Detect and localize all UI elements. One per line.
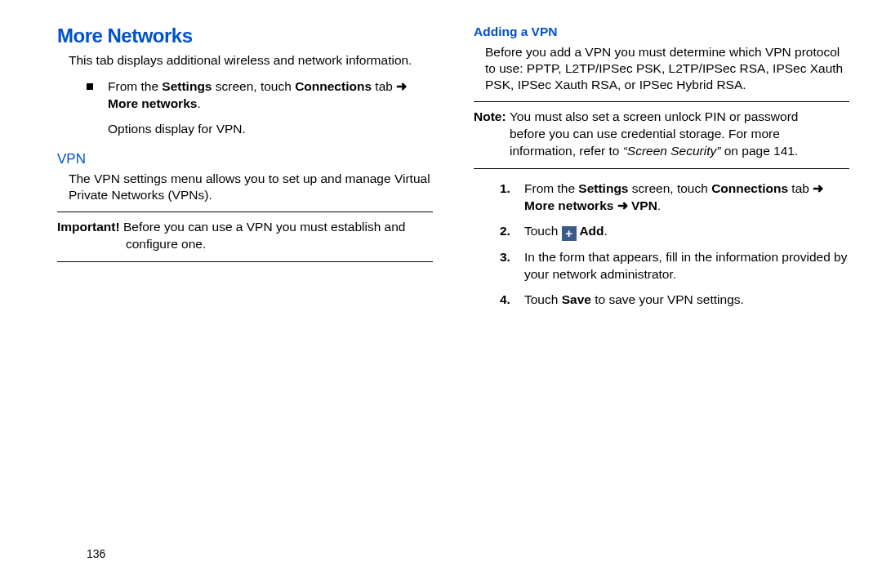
text-bold: Save: [562, 292, 591, 306]
step-3: 3. In the form that appears, fill in the…: [500, 249, 849, 283]
steps-list: 1. From the Settings screen, touch Conne…: [500, 180, 849, 309]
sub-instruction: Options display for VPN.: [108, 121, 433, 138]
text: tab: [372, 79, 396, 93]
text: configure one.: [126, 237, 206, 251]
step-number: 2.: [500, 223, 513, 241]
text: You must also set a screen unlock PIN or…: [510, 109, 799, 123]
important-label: Important!: [57, 220, 123, 234]
text: screen, touch: [212, 79, 295, 93]
step-4: 4. Touch Save to save your VPN settings.: [500, 292, 849, 309]
text: Touch: [524, 292, 562, 306]
text-bold: VPN: [628, 198, 657, 212]
text: on page 141.: [720, 144, 798, 158]
adding-vpn-heading: Adding a VPN: [474, 24, 849, 39]
vpn-heading: VPN: [57, 151, 433, 167]
arrow-icon: ➜: [813, 181, 823, 195]
text: Before you can use a VPN you must establ…: [123, 220, 406, 234]
text: to save your VPN settings.: [591, 292, 744, 306]
adding-vpn-intro: Before you add a VPN you must determine …: [485, 44, 849, 93]
important-note: Important! Before you can use a VPN you …: [57, 212, 433, 262]
text: tab: [788, 181, 813, 195]
text: In the form that appears, fill in the in…: [524, 249, 849, 283]
text-bold: More networks: [108, 96, 197, 110]
text: From the: [108, 79, 162, 93]
section-title: More Networks: [57, 24, 433, 47]
text-bold: More networks: [524, 198, 617, 212]
text-bold: Settings: [162, 79, 212, 93]
square-bullet-icon: [87, 83, 93, 90]
text: From the: [524, 181, 578, 195]
text: before you can use credential storage. F…: [510, 127, 780, 140]
text: Touch: [524, 224, 562, 238]
reference-italic: “Screen Security”: [623, 144, 721, 158]
step-1: 1. From the Settings screen, touch Conne…: [500, 180, 849, 215]
text: screen, touch: [628, 181, 711, 195]
step-number: 3.: [500, 249, 513, 283]
instruction-bullet: From the Settings screen, touch Connecti…: [87, 78, 433, 138]
step-number: 1.: [500, 180, 513, 215]
text-bold: Connections: [711, 181, 788, 195]
intro-text: This tab displays additional wireless an…: [69, 52, 433, 69]
vpn-description: The VPN settings menu allows you to set …: [69, 171, 433, 203]
step-number: 4.: [500, 292, 513, 309]
plus-icon: +: [562, 226, 577, 241]
step-2: 2. Touch + Add.: [500, 223, 849, 241]
text-bold: Add: [577, 224, 604, 238]
arrow-icon: ➜: [617, 198, 628, 212]
note-label: Note:: [474, 109, 510, 123]
text-bold: Settings: [578, 181, 628, 195]
page-number: 136: [87, 547, 105, 560]
arrow-icon: ➜: [396, 79, 407, 93]
text: information, refer to: [510, 144, 623, 158]
text-bold: Connections: [295, 79, 372, 93]
note-box: Note: You must also set a screen unlock …: [474, 101, 849, 169]
